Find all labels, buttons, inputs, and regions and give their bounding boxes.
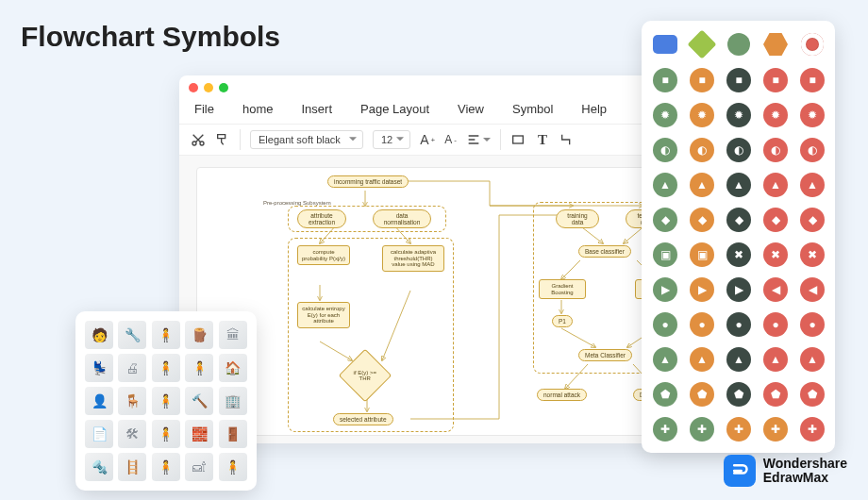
symbol-badge-3-1[interactable]: ▲ (688, 171, 716, 199)
menu-page-layout[interactable]: Page Layout (360, 102, 429, 116)
symbol-diamond[interactable] (688, 30, 716, 58)
symbol-badge-8-1[interactable]: ▲ (688, 345, 716, 374)
symbol-badge-1-4[interactable]: ✹ (798, 101, 826, 129)
symbol-badge-6-0[interactable]: ▶ (651, 275, 679, 304)
clipart-7[interactable]: 🧍 (152, 354, 180, 382)
clipart-12[interactable]: 🧍 (152, 387, 180, 415)
clipart-5[interactable]: 💺 (85, 354, 113, 382)
symbol-badge-8-2[interactable]: ▲ (725, 345, 753, 374)
menu-insert[interactable]: Insert (301, 102, 332, 116)
symbol-badge-0-4[interactable]: ■ (798, 66, 826, 94)
close-icon[interactable] (189, 83, 198, 92)
node-normalisation[interactable]: data normalisation (373, 209, 431, 228)
symbol-hexagon[interactable] (761, 30, 790, 58)
symbol-badge-6-3[interactable]: ◀ (761, 275, 790, 304)
symbol-badge-7-0[interactable]: ● (651, 310, 679, 339)
symbol-badge-10-4[interactable]: ✚ (798, 415, 826, 443)
clipart-23[interactable]: 🛋 (185, 453, 213, 481)
node-base-classifier[interactable]: Base classifier (578, 245, 631, 258)
symbol-rounded-rect[interactable] (651, 30, 679, 58)
symbol-badge-3-4[interactable]: ▲ (798, 171, 826, 199)
node-p1[interactable]: P1 (552, 315, 573, 327)
symbol-circle[interactable] (725, 30, 753, 58)
symbol-badge-5-2[interactable]: ✖ (725, 241, 753, 269)
symbol-ring[interactable] (798, 30, 826, 58)
symbol-badge-1-1[interactable]: ✹ (688, 101, 716, 129)
symbol-badge-3-0[interactable]: ▲ (651, 171, 679, 199)
font-family-select[interactable]: Elegant soft black (250, 130, 363, 149)
clipart-13[interactable]: 🔨 (185, 387, 213, 415)
symbol-badge-9-2[interactable]: ⬟ (725, 380, 753, 408)
clipart-19[interactable]: 🚪 (219, 420, 247, 448)
clipart-3[interactable]: 🪵 (185, 321, 213, 349)
menu-symbol[interactable]: Symbol (512, 102, 553, 116)
node-attr-extraction[interactable]: attribute extraction (297, 209, 346, 228)
menu-home[interactable]: home (242, 102, 274, 116)
node-normal-attack[interactable]: normal attack (537, 389, 587, 401)
minimize-icon[interactable] (204, 83, 213, 92)
node-gradient-boosting[interactable]: Gradient Boosting (539, 279, 586, 299)
clipart-14[interactable]: 🏢 (219, 387, 247, 415)
maximize-icon[interactable] (219, 83, 228, 92)
clipart-4[interactable]: 🏛 (219, 321, 247, 349)
symbol-badge-9-3[interactable]: ⬟ (761, 380, 790, 408)
symbol-badge-5-1[interactable]: ▣ (688, 241, 716, 269)
node-threshold[interactable]: calculate adaptiva threshold(THR) value … (382, 245, 444, 272)
symbol-badge-8-3[interactable]: ▲ (761, 345, 790, 374)
increase-font-button[interactable]: A+ (420, 132, 435, 147)
clipart-10[interactable]: 👤 (85, 387, 113, 415)
symbol-badge-4-4[interactable]: ◆ (798, 206, 826, 234)
symbol-badge-10-3[interactable]: ✚ (761, 415, 790, 443)
symbol-badge-0-0[interactable]: ■ (651, 66, 679, 94)
font-size-select[interactable]: 12 (373, 130, 410, 149)
shape-rect-icon[interactable] (510, 132, 526, 147)
symbol-badge-2-0[interactable]: ◐ (651, 136, 679, 164)
clipart-16[interactable]: 🛠 (118, 420, 146, 448)
clipart-6[interactable]: 🖨 (118, 354, 146, 382)
symbol-badge-9-0[interactable]: ⬟ (651, 380, 679, 408)
text-tool-icon[interactable]: T (535, 132, 550, 147)
symbol-badge-10-2[interactable]: ✚ (725, 415, 753, 443)
clipart-11[interactable]: 🪑 (118, 387, 146, 415)
clipart-22[interactable]: 🧍 (152, 453, 180, 481)
node-entropy[interactable]: calculate entropy E(y) for each attribut… (297, 302, 350, 328)
symbol-badge-8-4[interactable]: ▲ (798, 345, 826, 374)
symbol-badge-3-3[interactable]: ▲ (761, 171, 790, 199)
symbol-badge-0-1[interactable]: ■ (688, 66, 716, 94)
symbol-badge-2-3[interactable]: ◐ (761, 136, 790, 164)
symbol-badge-4-0[interactable]: ◆ (651, 206, 679, 234)
clipart-8[interactable]: 🧍 (185, 354, 213, 382)
symbol-badge-10-0[interactable]: ✚ (651, 415, 679, 443)
symbol-badge-10-1[interactable]: ✚ (688, 415, 716, 443)
node-meta-classifier[interactable]: Meta Classifier (578, 349, 632, 361)
clipart-20[interactable]: 🔩 (85, 453, 113, 481)
symbol-badge-6-2[interactable]: ▶ (725, 275, 753, 304)
clipart-0[interactable]: 🧑 (85, 321, 113, 349)
clipart-24[interactable]: 🧍 (219, 453, 247, 481)
clipart-1[interactable]: 🔧 (118, 321, 146, 349)
symbol-badge-1-2[interactable]: ✹ (725, 101, 753, 129)
clipart-18[interactable]: 🧱 (185, 420, 213, 448)
clipart-2[interactable]: 🧍 (152, 321, 180, 349)
symbol-badge-7-3[interactable]: ● (761, 310, 790, 339)
menu-file[interactable]: File (194, 102, 214, 116)
decrease-font-button[interactable]: A- (444, 133, 457, 146)
symbol-badge-3-2[interactable]: ▲ (725, 171, 753, 199)
symbol-badge-2-1[interactable]: ◐ (688, 136, 716, 164)
clipart-15[interactable]: 📄 (85, 420, 113, 448)
clipart-21[interactable]: 🪜 (118, 453, 146, 481)
clipart-9[interactable]: 🏠 (219, 354, 247, 382)
symbol-badge-0-3[interactable]: ■ (761, 66, 790, 94)
node-selected-attr[interactable]: selected attribute (333, 413, 393, 425)
symbol-badge-1-3[interactable]: ✹ (761, 101, 790, 129)
symbol-badge-5-3[interactable]: ✖ (761, 241, 790, 269)
menu-help[interactable]: Help (581, 102, 607, 116)
symbol-badge-7-1[interactable]: ● (688, 310, 716, 339)
symbol-badge-0-2[interactable]: ■ (725, 66, 753, 94)
connector-icon[interactable] (559, 132, 575, 147)
align-button[interactable] (466, 132, 491, 147)
symbol-badge-8-0[interactable]: ▲ (651, 345, 679, 374)
menu-view[interactable]: View (458, 102, 484, 116)
symbol-badge-9-1[interactable]: ⬟ (688, 380, 716, 408)
symbol-badge-2-4[interactable]: ◐ (798, 136, 826, 164)
